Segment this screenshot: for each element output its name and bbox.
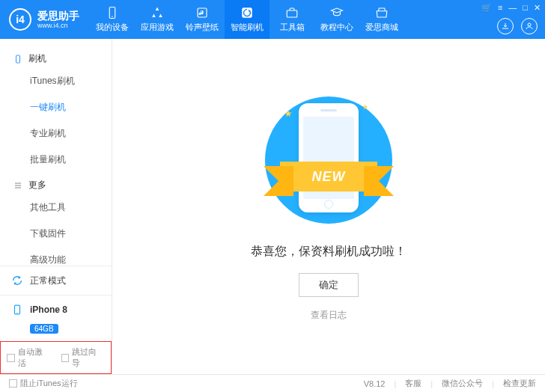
- check-update-link[interactable]: 检查更新: [503, 378, 536, 389]
- sidebar-item-other-tools[interactable]: 其他工具: [0, 195, 112, 221]
- sidebar-item-itunes-flash[interactable]: iTunes刷机: [0, 68, 112, 94]
- device-icon: [106, 6, 119, 19]
- nav-my-device[interactable]: 我的设备: [90, 0, 135, 39]
- sidebar-bottom: 正常模式 iPhone 8 64GB 自动激活 跳过向导: [0, 266, 112, 374]
- store-icon: [375, 6, 389, 19]
- ringtone-icon: [195, 6, 209, 19]
- tutorial-icon: [330, 6, 344, 19]
- block-itunes-checkbox[interactable]: 阻止iTunes运行: [9, 378, 78, 389]
- app-name: 爱思助手: [37, 10, 79, 21]
- download-button[interactable]: [497, 18, 514, 34]
- nav-label: 爱思商城: [365, 22, 398, 33]
- close-button[interactable]: ✕: [534, 3, 541, 13]
- apps-icon: [150, 6, 164, 19]
- window-controls: 🛒 ≡ — □ ✕: [481, 3, 541, 13]
- phone-graphic: [299, 103, 359, 212]
- logo-icon: i4: [9, 8, 31, 31]
- success-illustration: NEW: [254, 91, 404, 229]
- mode-label: 正常模式: [30, 275, 66, 287]
- device-mode[interactable]: 正常模式: [0, 266, 112, 295]
- checkbox-label: 自动激活: [18, 346, 51, 369]
- maximize-button[interactable]: □: [523, 3, 528, 13]
- nav-label: 铃声壁纸: [186, 22, 219, 33]
- wechat-link[interactable]: 微信公众号: [442, 378, 483, 389]
- minimize-button[interactable]: —: [508, 3, 517, 13]
- connected-device[interactable]: iPhone 8 64GB: [0, 295, 112, 341]
- sidebar-item-download-firmware[interactable]: 下载固件: [0, 221, 112, 247]
- storage-badge: 64GB: [30, 324, 58, 334]
- toolbox-icon: [285, 6, 299, 19]
- sidebar-group-more[interactable]: 更多: [0, 173, 112, 195]
- sidebar: 刷机 iTunes刷机 一键刷机 专业刷机 批量刷机 更多 其他工具 下载固件 …: [0, 39, 112, 374]
- support-link[interactable]: 客服: [405, 378, 421, 389]
- nav-label: 应用游戏: [141, 22, 174, 33]
- group-title: 更多: [28, 179, 46, 192]
- svg-point-5: [528, 23, 531, 26]
- more-icon: [13, 181, 22, 190]
- main-content: NEW 恭喜您，保资料刷机成功啦！ 确定 查看日志: [112, 39, 545, 374]
- menu-icon[interactable]: ≡: [498, 3, 502, 13]
- view-log-link[interactable]: 查看日志: [311, 309, 347, 322]
- app-body: 刷机 iTunes刷机 一键刷机 专业刷机 批量刷机 更多 其他工具 下载固件 …: [0, 39, 545, 374]
- phone-icon: [10, 303, 24, 316]
- user-button[interactable]: [521, 18, 538, 34]
- nav-label: 工具箱: [280, 22, 305, 33]
- nav-label: 我的设备: [96, 22, 129, 33]
- sidebar-group-flash[interactable]: 刷机: [0, 46, 112, 68]
- group-title: 刷机: [28, 52, 46, 65]
- nav-label: 智能刷机: [231, 22, 264, 33]
- app-header: i4 爱思助手 www.i4.cn 我的设备 应用游戏 铃声壁纸 智能刷机 工具…: [0, 0, 545, 39]
- sidebar-item-oneclick-flash[interactable]: 一键刷机: [0, 94, 112, 120]
- app-url: www.i4.cn: [37, 22, 79, 29]
- app-logo: i4 爱思助手 www.i4.cn: [0, 0, 90, 39]
- nav-apps[interactable]: 应用游戏: [135, 0, 180, 39]
- sidebar-item-pro-flash[interactable]: 专业刷机: [0, 120, 112, 147]
- checkbox-label: 阻止iTunes运行: [20, 378, 78, 389]
- status-bar: 阻止iTunes运行 V8.12| 客服| 微信公众号| 检查更新: [0, 374, 545, 392]
- svg-point-1: [112, 16, 113, 18]
- nav-flash[interactable]: 智能刷机: [225, 0, 270, 39]
- svg-rect-6: [16, 55, 20, 63]
- nav-store[interactable]: 爱思商城: [359, 0, 404, 39]
- svg-rect-4: [287, 10, 297, 17]
- phone-icon: [13, 55, 22, 64]
- main-nav: 我的设备 应用游戏 铃声壁纸 智能刷机 工具箱 教程中心 爱思商城: [90, 0, 404, 39]
- nav-ringtone[interactable]: 铃声壁纸: [180, 0, 225, 39]
- success-message: 恭喜您，保资料刷机成功啦！: [251, 244, 407, 260]
- header-right: [497, 18, 538, 34]
- version-label: V8.12: [364, 379, 386, 388]
- cart-icon[interactable]: 🛒: [481, 3, 492, 13]
- nav-toolbox[interactable]: 工具箱: [270, 0, 314, 39]
- new-ribbon: NEW: [280, 162, 377, 192]
- nav-tutorial[interactable]: 教程中心: [314, 0, 359, 39]
- sidebar-item-advanced[interactable]: 高级功能: [0, 247, 112, 266]
- sidebar-item-batch-flash[interactable]: 批量刷机: [0, 147, 112, 173]
- ok-button[interactable]: 确定: [299, 273, 359, 297]
- svg-point-8: [16, 313, 17, 313]
- auto-activate-checkbox[interactable]: 自动激活: [7, 346, 51, 369]
- flash-icon: [240, 6, 254, 19]
- options-highlight: 自动激活 跳过向导: [0, 341, 112, 374]
- nav-label: 教程中心: [320, 22, 353, 33]
- refresh-icon: [10, 274, 24, 287]
- checkbox-label: 跳过向导: [72, 346, 105, 369]
- skip-guide-checkbox[interactable]: 跳过向导: [61, 346, 106, 369]
- device-name: iPhone 8: [30, 304, 67, 315]
